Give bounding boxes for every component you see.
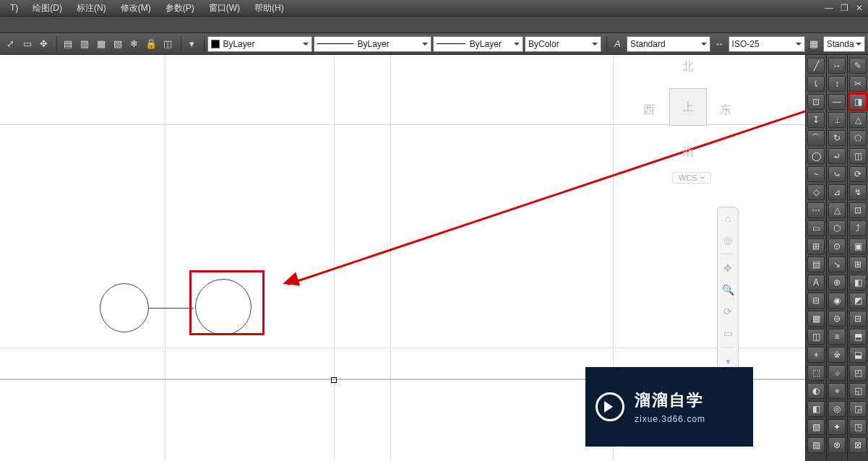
draw-tool-5[interactable]: ◯ bbox=[807, 148, 825, 164]
menu-help[interactable]: 帮助(H) bbox=[247, 2, 291, 14]
textstyle-dropdown[interactable]: Standard bbox=[627, 36, 710, 52]
draw-tool-2[interactable]: ⊡ bbox=[807, 94, 825, 110]
dimension-tool-21[interactable]: ⊗ bbox=[828, 437, 846, 453]
modify-tool-0[interactable]: ✎ bbox=[849, 58, 867, 74]
draw-tool-8[interactable]: ⋯ bbox=[807, 202, 825, 218]
draw-tool-15[interactable]: ◫ bbox=[807, 329, 825, 345]
nav-home-icon[interactable]: ⌂ bbox=[720, 210, 736, 226]
modify-tool-8[interactable]: ⊡ bbox=[849, 202, 867, 218]
draw-tool-13[interactable]: ⊟ bbox=[807, 293, 825, 309]
dimension-tool-6[interactable]: ⤿ bbox=[828, 166, 846, 182]
nav-orbit-icon[interactable]: ⟳ bbox=[720, 303, 736, 319]
modify-tool-1[interactable]: ✂ bbox=[849, 76, 867, 92]
layer-iso-icon[interactable]: ▦ bbox=[93, 36, 108, 52]
dimension-tool-0[interactable]: ↔ bbox=[828, 58, 846, 74]
wcs-badge[interactable]: WCS bbox=[672, 172, 711, 184]
dimension-tool-11[interactable]: ↘ bbox=[828, 257, 846, 272]
pan-icon[interactable]: ✥ bbox=[36, 36, 51, 52]
modify-tool-10[interactable]: ▣ bbox=[849, 238, 867, 254]
draw-tool-11[interactable]: ▤ bbox=[807, 257, 825, 272]
viewcube-top-face[interactable]: 上 bbox=[669, 88, 707, 126]
viewcube-west[interactable]: 西 bbox=[643, 103, 655, 118]
menu-window[interactable]: 窗口(W) bbox=[202, 2, 247, 14]
dimension-tool-14[interactable]: ⊖ bbox=[828, 311, 846, 327]
dimension-tool-16[interactable]: ※ bbox=[828, 347, 846, 363]
draw-tool-6[interactable]: ~ bbox=[807, 166, 825, 182]
circle-left[interactable] bbox=[100, 283, 149, 332]
drawing-canvas[interactable]: 北 西 上 东 南 WCS ⌂ ◎ ✥ 🔍 ⟳ ▭ ▾ 溜溜自学 zixue.3… bbox=[0, 55, 805, 461]
draw-tool-0[interactable]: ╱ bbox=[807, 58, 825, 74]
modify-tool-19[interactable]: ◲ bbox=[849, 401, 867, 417]
draw-tool-17[interactable]: ⬚ bbox=[807, 365, 825, 381]
modify-tool-15[interactable]: ⬒ bbox=[849, 329, 867, 345]
menu-param[interactable]: 参数(P) bbox=[158, 2, 202, 14]
connector-line[interactable] bbox=[149, 308, 194, 309]
draw-tool-10[interactable]: ⊞ bbox=[807, 238, 825, 254]
minimize-icon[interactable]: — bbox=[822, 3, 835, 13]
layer-lock-icon[interactable]: 🔒 bbox=[143, 36, 158, 52]
dimension-tool-19[interactable]: ◎ bbox=[828, 401, 846, 417]
draw-tool-3[interactable]: ↧ bbox=[807, 112, 825, 128]
dimension-tool-20[interactable]: ✦ bbox=[828, 419, 846, 435]
layer-states-icon[interactable]: ▥ bbox=[77, 36, 92, 52]
dimension-tool-4[interactable]: ↻ bbox=[828, 130, 846, 146]
draw-tool-18[interactable]: ◐ bbox=[807, 383, 825, 399]
dimstyle-dropdown[interactable]: ISO-25 bbox=[729, 36, 805, 52]
modify-tool-17[interactable]: ◰ bbox=[849, 365, 867, 381]
dimension-tool-1[interactable]: ↕ bbox=[828, 76, 846, 92]
draw-tool-7[interactable]: ◇ bbox=[807, 184, 825, 200]
layer-freeze-icon[interactable]: ❄ bbox=[126, 36, 142, 52]
draw-tool-20[interactable]: ▧ bbox=[807, 419, 825, 435]
layer-match-icon[interactable]: ◫ bbox=[160, 36, 176, 52]
layer-off-icon[interactable]: ▧ bbox=[110, 36, 125, 52]
maximize-icon[interactable]: ❐ bbox=[838, 3, 851, 13]
draw-tool-21[interactable]: ▨ bbox=[807, 437, 825, 453]
dimension-tool-15[interactable]: ≡ bbox=[828, 329, 846, 345]
modify-tool-2[interactable]: ◨ bbox=[849, 94, 867, 110]
modify-tool-16[interactable]: ⬓ bbox=[849, 347, 867, 363]
viewcube-south[interactable]: 南 bbox=[682, 145, 694, 160]
modify-tool-12[interactable]: ◧ bbox=[849, 275, 867, 290]
lineweight-dropdown[interactable]: ByLayer bbox=[433, 36, 523, 52]
dimension-tool-3[interactable]: ⟂ bbox=[828, 112, 846, 128]
draw-tool-1[interactable]: ⤹ bbox=[807, 76, 825, 92]
modify-tool-5[interactable]: ◫ bbox=[849, 148, 867, 164]
draw-tool-12[interactable]: A bbox=[807, 275, 825, 290]
modify-tool-21[interactable]: ⊠ bbox=[849, 437, 867, 453]
close-icon[interactable]: ✕ bbox=[854, 3, 865, 13]
modify-tool-4[interactable]: ⬠ bbox=[849, 130, 867, 146]
dimension-tool-13[interactable]: ◉ bbox=[828, 293, 846, 309]
dimension-tool-2[interactable]: — bbox=[828, 94, 846, 110]
zoom-window-icon[interactable]: ⤢ bbox=[3, 36, 18, 52]
nav-wheel-icon[interactable]: ◎ bbox=[720, 232, 736, 248]
viewcube-north[interactable]: 北 bbox=[682, 59, 694, 74]
viewcube-east[interactable]: 东 bbox=[720, 103, 731, 118]
nav-pan-icon[interactable]: ✥ bbox=[720, 260, 736, 276]
modify-tool-14[interactable]: ⊟ bbox=[849, 311, 867, 327]
dim-style-icon[interactable]: ↔ bbox=[712, 36, 727, 52]
nav-zoom-icon[interactable]: 🔍 bbox=[720, 282, 736, 298]
draw-tool-14[interactable]: ▦ bbox=[807, 311, 825, 327]
modify-tool-13[interactable]: ◩ bbox=[849, 293, 867, 309]
text-style-icon[interactable]: A bbox=[610, 36, 625, 52]
layer-props-icon[interactable]: ▤ bbox=[60, 36, 75, 52]
draw-tool-19[interactable]: ◧ bbox=[807, 401, 825, 417]
modify-tool-7[interactable]: ↯ bbox=[849, 184, 867, 200]
dimension-tool-5[interactable]: ⤾ bbox=[828, 148, 846, 164]
modify-tool-3[interactable]: △ bbox=[849, 112, 867, 128]
menu-annotate[interactable]: 标注(N) bbox=[69, 2, 113, 14]
zoom-extents-icon[interactable]: ▭ bbox=[20, 36, 35, 52]
dimension-tool-9[interactable]: ⬡ bbox=[828, 220, 846, 236]
modify-tool-18[interactable]: ◱ bbox=[849, 383, 867, 399]
color-dropdown[interactable]: ByLayer bbox=[207, 36, 311, 52]
plotstyle-dropdown[interactable]: ByColor bbox=[525, 36, 601, 52]
dimension-tool-7[interactable]: ⊿ bbox=[828, 184, 846, 200]
modify-tool-6[interactable]: ⟳ bbox=[849, 166, 867, 182]
modify-tool-20[interactable]: ◳ bbox=[849, 419, 867, 435]
modify-tool-11[interactable]: ⊞ bbox=[849, 257, 867, 272]
tablestyle-dropdown[interactable]: Standa bbox=[823, 36, 865, 52]
modify-tool-9[interactable]: ⤴ bbox=[849, 220, 867, 236]
menu-t[interactable]: T) bbox=[3, 3, 25, 13]
menu-draw[interactable]: 绘图(D) bbox=[25, 2, 69, 14]
draw-tool-9[interactable]: ▭ bbox=[807, 220, 825, 236]
